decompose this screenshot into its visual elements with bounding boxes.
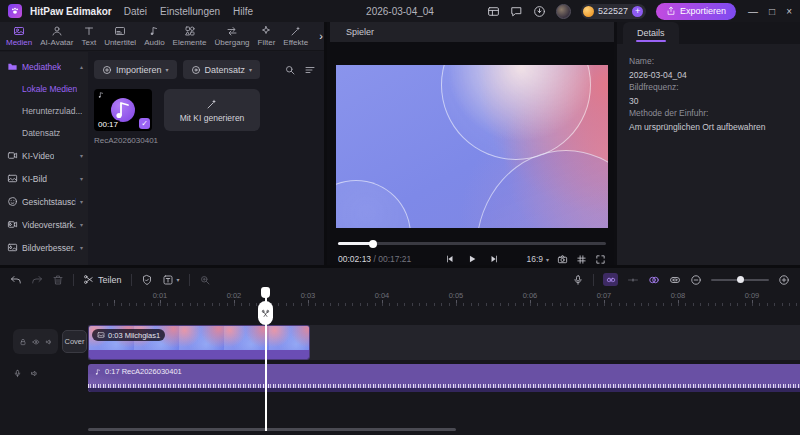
mute-track-icon[interactable] [30, 369, 39, 378]
ruler-label: 0:05 [449, 291, 464, 300]
aspect-ratio-select[interactable]: 16:9 ▾ [526, 254, 549, 264]
credits-badge[interactable]: 522527 + [581, 4, 646, 19]
music-note-icon [97, 91, 105, 99]
previous-frame-icon[interactable] [445, 254, 455, 264]
video-clip[interactable]: 0:03 Milchglas1 [88, 325, 310, 360]
tabs-overflow-icon[interactable]: › [319, 30, 323, 42]
player-panel: Spieler 00:02:13 / 00:17:21 16:9 [330, 22, 614, 265]
tool-tab-audio[interactable]: Audio [140, 23, 168, 49]
watermark-shield-icon[interactable] [141, 274, 153, 286]
download-icon[interactable] [533, 5, 546, 18]
audio-waveform-base [88, 388, 800, 392]
ruler-label: 0:03 [301, 291, 316, 300]
sidebar-item-gesichtstausch[interactable]: Gesichtstausch ▾ [0, 190, 88, 213]
maximize-button[interactable]: □ [769, 6, 775, 17]
keyframe-icon[interactable] [627, 274, 639, 286]
timeline-scrollbar[interactable] [88, 428, 456, 431]
zoom-select-icon[interactable] [199, 274, 211, 286]
zoom-in-icon[interactable] [778, 274, 790, 286]
audio-clip-label: 0:17 RecA2026030401 [88, 364, 800, 376]
sidebar-item-videoverstärk[interactable]: Videoverstärk... ▾ [0, 213, 88, 236]
tool-tab-untertitel[interactable]: Untertitel [100, 23, 140, 49]
tool-tab-text[interactable]: Text [77, 23, 100, 49]
delete-icon[interactable] [52, 274, 64, 286]
sidebar-item-ki-video[interactable]: KI-Video ▾ [0, 144, 88, 167]
playhead-handle[interactable] [261, 287, 270, 298]
export-button[interactable]: Exportieren [656, 3, 736, 20]
add-credits-icon[interactable]: + [632, 6, 643, 17]
tool-tab-übergang[interactable]: Übergang [210, 23, 253, 49]
feedback-icon[interactable] [510, 5, 523, 18]
video-enhance-icon [7, 219, 18, 230]
ruler-label: 0:04 [375, 291, 390, 300]
caret-down-icon: ▾ [249, 66, 252, 73]
lock-icon[interactable] [19, 338, 27, 346]
sidebar-item-herunterzulad[interactable]: Herunterzulad... [0, 100, 88, 122]
play-button[interactable] [467, 254, 477, 264]
tool-tab-ai-avatar[interactable]: AI-Avatar [36, 23, 77, 49]
menu-item[interactable]: Einstellungen [160, 6, 220, 17]
media-sidebar: Mediathek ▴ Lokale Medien Herunterzulad.… [0, 52, 88, 265]
effects-icon [290, 25, 302, 37]
timeline-ruler[interactable]: 0:010:020:030:040:050:060:070:080:09 [88, 291, 800, 306]
text-style-icon[interactable] [162, 274, 174, 286]
mute-track-icon[interactable] [45, 338, 53, 346]
zoom-slider-thumb[interactable] [737, 276, 744, 283]
caret-down-icon: ▾ [546, 256, 549, 263]
close-button[interactable]: × [786, 6, 792, 17]
filter-icon [260, 25, 272, 37]
tool-tab-filter[interactable]: Filter [254, 23, 280, 49]
audio-clip[interactable]: 0:17 RecA2026030401 [88, 364, 800, 392]
video-track[interactable]: 0:03 Milchglas1 [88, 325, 800, 360]
time-display: 00:02:13 / 00:17:21 [338, 254, 411, 264]
video-preview[interactable] [336, 65, 608, 228]
fullscreen-icon[interactable] [595, 254, 606, 265]
zoom-out-icon[interactable] [690, 274, 702, 286]
video-track-controls [13, 329, 58, 354]
menu-item[interactable]: Datei [124, 6, 147, 17]
record-voiceover-icon[interactable] [572, 274, 584, 286]
voice-icon[interactable] [13, 369, 22, 378]
sidebar-item-datensatz[interactable]: Datensatz [0, 122, 88, 144]
sidebar-item-lokale-medien[interactable]: Lokale Medien [0, 78, 88, 100]
player-progress-bar[interactable] [338, 242, 606, 245]
minimize-button[interactable]: — [748, 6, 758, 17]
progress-knob[interactable] [369, 240, 377, 248]
coin-icon [583, 6, 594, 17]
hide-track-icon[interactable] [32, 338, 40, 346]
media-item-thumbnail[interactable]: 00:17 ✓ [94, 89, 152, 131]
grid-icon[interactable] [576, 254, 587, 265]
timeline-zoom-slider[interactable] [711, 279, 769, 281]
sidebar-item-mediathek[interactable]: Mediathek ▴ [0, 55, 88, 78]
tool-tab-elemente[interactable]: Elemente [169, 23, 211, 49]
next-frame-icon[interactable] [489, 254, 499, 264]
fit-timeline-icon[interactable] [669, 274, 681, 286]
divider [73, 274, 74, 286]
ai-image-icon [7, 173, 18, 184]
undo-icon[interactable] [10, 274, 22, 286]
details-tab[interactable]: Details [623, 22, 679, 44]
import-button[interactable]: Importieren ▾ [94, 60, 177, 79]
redo-icon[interactable] [31, 274, 43, 286]
user-avatar[interactable] [556, 4, 571, 19]
snapshot-icon[interactable] [557, 254, 568, 265]
sidebar-item-ki-bild[interactable]: KI-Bild ▾ [0, 167, 88, 190]
sidebar-item-bildverbesser[interactable]: Bildverbesser... ▾ [0, 236, 88, 259]
sort-list-icon[interactable] [304, 64, 316, 76]
timeline-section: Teilen ▾ [0, 265, 800, 435]
layout-icon[interactable] [487, 5, 500, 18]
tool-tab-medien[interactable]: Medien [2, 23, 36, 49]
subtitle-icon [114, 25, 126, 37]
split-button[interactable]: Teilen [83, 274, 122, 285]
playhead-scissors-badge[interactable] [258, 301, 273, 325]
generate-with-ai-button[interactable]: Mit KI generieren [164, 89, 260, 131]
cover-chip[interactable]: Cover [62, 330, 87, 353]
menu-item[interactable]: Hilfe [233, 6, 253, 17]
tool-tab-effekte[interactable]: Effekte [279, 23, 312, 49]
magnetic-snap-icon[interactable] [603, 273, 618, 286]
dataset-button[interactable]: Datensatz ▾ [183, 60, 261, 79]
media-icon [13, 25, 25, 37]
search-icon[interactable] [284, 64, 296, 76]
link-clips-icon[interactable] [648, 274, 660, 286]
caret-down-icon: ▾ [177, 276, 180, 283]
